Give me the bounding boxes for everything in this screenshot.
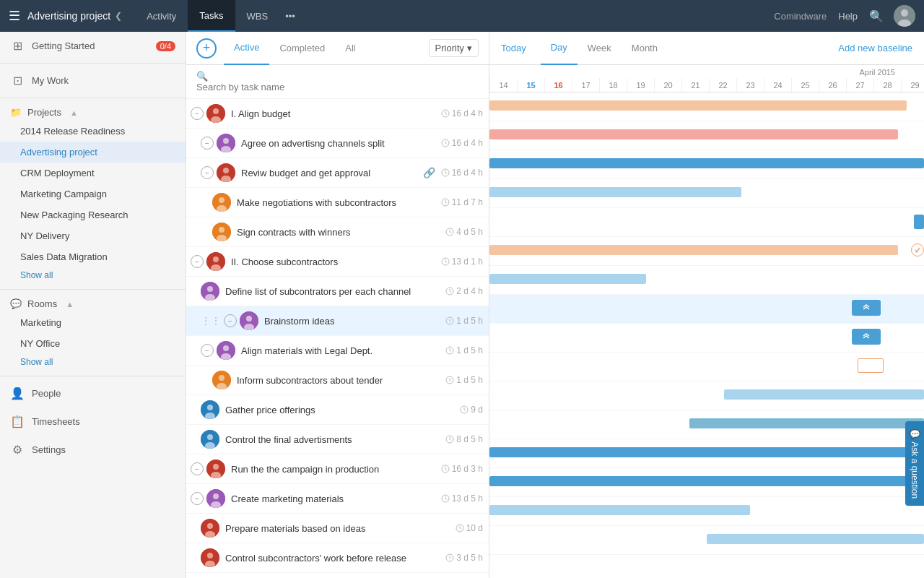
collapse-icon[interactable]: − [191,462,204,475]
date-23: 23 [736,78,764,92]
more-options-icon[interactable]: ••• [285,11,295,22]
add-baseline-button[interactable]: Add new baseline [838,43,912,53]
avatar [217,341,235,360]
search-input[interactable] [196,82,479,92]
gantt-bar [489,274,646,284]
avatar [201,548,219,567]
settings-label: Settings [32,444,66,455]
svg-point-34 [213,256,219,262]
sidebar-rooms-header[interactable]: 💬 Rooms ▲ [0,293,186,312]
table-row[interactable]: Control subcontractors' work before rele… [186,543,489,573]
table-row[interactable]: Share&align materials with subcontractor… [186,573,489,578]
table-row[interactable]: − Reviw budget and get approval 🔗 16 d 4… [186,158,489,188]
svg-line-50 [450,321,451,322]
project-name[interactable]: Advertising project [27,10,110,22]
sidebar-getting-started[interactable]: ⊞ Getting Started 0/4 [0,32,186,60]
collapse-icon[interactable]: − [224,314,237,327]
table-row[interactable]: − II. Choose subcontractors 13 d 1 h [186,247,489,277]
user-avatar[interactable] [894,5,915,27]
my-work-icon: ⊡ [10,74,25,87]
table-row[interactable]: Define list of subcontrators per each ch… [186,277,489,306]
table-row[interactable]: Prepare materials based on ideas 10 d [186,514,489,543]
gantt-bar [489,245,898,255]
tab-active[interactable]: Active [224,32,269,65]
help-link[interactable]: Help [838,11,858,22]
collapse-icon[interactable]: − [191,492,204,505]
table-row[interactable]: Gather price offerings 9 d [186,395,489,425]
task-duration: 4 d 5 h [445,227,483,237]
rooms-show-all[interactable]: Show all [0,354,186,373]
nav-activity[interactable]: Activity [135,0,188,32]
add-task-button[interactable]: + [196,38,217,59]
sidebar-my-work[interactable]: ⊡ My Work [0,66,186,95]
task-duration: 11 d 7 h [441,197,483,207]
sidebar-projects-header[interactable]: 📁 Projects ▲ [0,101,186,121]
tab-day[interactable]: Day [541,32,578,65]
sidebar-item-new-packaging[interactable]: New Packaging Research [0,204,186,225]
avatar [212,371,231,389]
gantt-bar [707,534,924,544]
collapse-icon[interactable]: − [191,255,204,268]
hamburger-icon[interactable]: ☰ [9,8,20,24]
brand-label: Comindware [774,11,827,22]
collapse-icon[interactable]: − [201,137,214,150]
collapse-icon[interactable]: − [201,344,214,357]
svg-line-32 [450,232,451,233]
date-19: 19 [627,78,654,92]
rooms-chevron-icon: ▲ [66,300,74,309]
nav-wbs[interactable]: WBS [235,0,280,32]
sidebar-item-ny-delivery[interactable]: NY Delivery [0,225,186,246]
sidebar-item-ny-office[interactable]: NY Office [0,333,186,354]
table-row[interactable]: − Align materials with Legal Dept. 1 d 5… [186,336,489,366]
ask-question-button[interactable]: 💬 Ask a question [905,421,924,506]
table-row[interactable]: − Create marketing materials 13 d 5 h [186,484,489,514]
table-row[interactable]: − Agree on advertisng channels split 16 … [186,129,489,158]
sidebar-people[interactable]: 👤 People [0,379,186,407]
sidebar-item-advertising[interactable]: Advertising project [0,142,186,163]
avatar [212,193,231,212]
today-label[interactable]: Today [501,43,526,53]
priority-filter[interactable]: Priority ▾ [429,39,479,57]
tab-all[interactable]: All [335,32,365,65]
nav-tasks[interactable]: Tasks [188,0,235,32]
collapse-icon[interactable]: − [191,107,204,120]
task-name: Reviw budget and get approval [241,168,419,178]
task-duration: 2 d 4 h [445,286,483,296]
avatar [206,104,225,123]
sidebar-item-2014[interactable]: 2014 Release Readiness [0,121,186,142]
task-name: Inform subcontractors about tender [237,375,440,386]
gantt-bar [489,158,924,168]
date-21: 21 [681,78,709,92]
task-tabs: + Active Completed All Priority ▾ [186,32,489,65]
table-row[interactable]: Control the final advertisments 8 d 5 h [186,425,489,454]
sidebar-item-marketing-room[interactable]: Marketing [0,312,186,333]
svg-line-26 [445,202,447,204]
task-search-bar[interactable]: 🔍 [186,65,489,99]
sidebar-settings[interactable]: ⚙ Settings [0,436,186,464]
table-row[interactable]: − Run the the campaign in production 16 … [186,454,489,484]
gantt-row [489,179,924,208]
date-14: 14 [489,78,517,92]
table-row[interactable]: Make negotiations with subcontractors 11… [186,188,489,217]
sidebar-item-sales[interactable]: Sales Data Migration [0,246,186,267]
table-row[interactable]: ⋮⋮ − Brainstorm ideas 1 d 5 h [186,306,489,336]
sidebar-timesheets[interactable]: 📋 Timesheets [0,407,186,436]
projects-show-all[interactable]: Show all [0,267,186,286]
tab-completed[interactable]: Completed [269,32,335,65]
getting-started-icon: ⊞ [10,39,25,53]
svg-line-98 [450,558,451,559]
gantt-bar [489,447,924,457]
tab-month[interactable]: Month [622,32,668,65]
sidebar-item-crm[interactable]: CRM Deployment [0,163,186,184]
tab-week[interactable]: Week [578,32,622,65]
collapse-icon[interactable]: − [201,166,214,179]
svg-point-16 [223,168,229,173]
search-icon[interactable]: 🔍 [869,9,884,23]
gantt-bar [489,100,907,111]
sidebar-item-marketing[interactable]: Marketing Campaign [0,184,186,204]
table-row[interactable]: Inform subcontractors about tender 1 d 5… [186,366,489,395]
table-row[interactable]: − I. Align budget 16 d 4 h [186,99,489,129]
task-name: Brainstorm ideas [264,316,440,327]
back-arrow-icon[interactable]: ❮ [115,11,122,21]
table-row[interactable]: Sign contracts with winners 4 d 5 h [186,217,489,247]
